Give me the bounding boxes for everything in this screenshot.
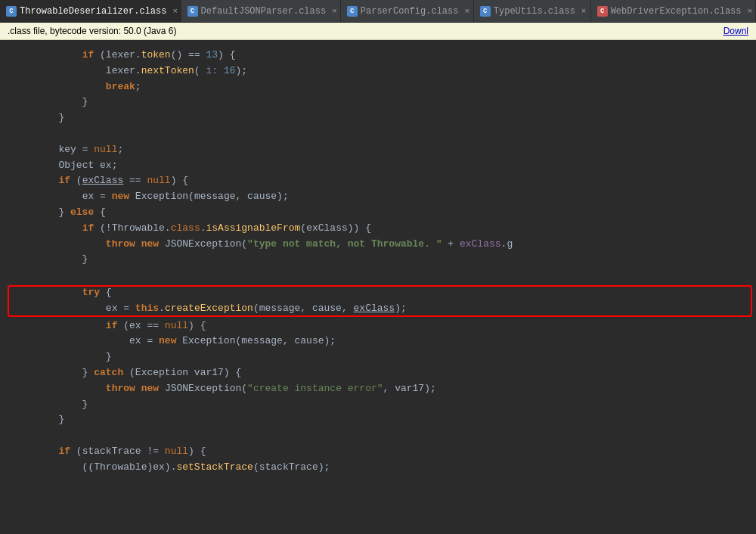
code-line-26: if (stackTrace != null) { bbox=[0, 444, 756, 460]
tab-close-throwable[interactable]: × bbox=[172, 7, 178, 16]
code-line-5: } bbox=[0, 110, 756, 126]
code-line-17: ex = this.createException(message, cause… bbox=[0, 301, 756, 317]
code-line-12: if (!Throwable.class.isAssignableFrom(ex… bbox=[0, 221, 756, 237]
tab-label-throwable: ThrowableDeserializer.class bbox=[20, 6, 166, 17]
tab-close-default[interactable]: × bbox=[332, 7, 337, 16]
code-line-6 bbox=[0, 126, 756, 142]
tab-close-parser[interactable]: × bbox=[464, 7, 469, 16]
code-area: if (lexer.token() == 13) { lexer.nextTok… bbox=[0, 40, 756, 530]
tab-throwable[interactable]: C ThrowableDeserializer.class × bbox=[0, 0, 181, 22]
code-line-10: ex = new Exception(message, cause); bbox=[0, 189, 756, 205]
code-line-15 bbox=[0, 268, 756, 284]
tab-icon-webdriver: C bbox=[597, 6, 608, 17]
code-line-7: key = null; bbox=[0, 142, 756, 158]
code-line-16: try { bbox=[0, 285, 756, 301]
download-link[interactable]: Downl bbox=[723, 26, 748, 36]
tab-webdriver[interactable]: C WebDriverException.class × bbox=[591, 0, 756, 22]
tab-close-type[interactable]: × bbox=[581, 7, 587, 16]
tab-icon-default: C bbox=[187, 6, 198, 17]
tab-bar: C ThrowableDeserializer.class × C Defaul… bbox=[0, 0, 756, 23]
code-line-21: } catch (Exception var17) { bbox=[0, 365, 756, 381]
code-line-23: } bbox=[0, 397, 756, 413]
tab-close-webdriver[interactable]: × bbox=[747, 7, 752, 16]
tab-label-webdriver: WebDriverException.class bbox=[611, 6, 742, 17]
code-line-19: ex = new Exception(message, cause); bbox=[0, 334, 756, 349]
highlight-box: try { ex = this.createException(message,… bbox=[0, 285, 756, 317]
tab-type[interactable]: C TypeUtils.class × bbox=[474, 0, 591, 22]
tab-label-type: TypeUtils.class bbox=[494, 6, 575, 17]
tab-icon-type: C bbox=[480, 6, 491, 17]
notice-text: .class file, bytecode version: 50.0 (Jav… bbox=[8, 26, 176, 36]
code-line-4: } bbox=[0, 95, 756, 110]
tab-default[interactable]: C DefaultJSONParser.class × bbox=[181, 0, 341, 22]
code-line-9: if (exClass == null) { bbox=[0, 173, 756, 189]
code-line-14: } bbox=[0, 252, 756, 268]
code-line-25 bbox=[0, 428, 756, 444]
tab-label-parser: ParserConfig.class bbox=[361, 6, 459, 17]
code-line-27: ((Throwable)ex).setStackTrace(stackTrace… bbox=[0, 460, 756, 476]
code-line-18: if (ex == null) { bbox=[0, 318, 756, 334]
tab-label-default: DefaultJSONParser.class bbox=[201, 6, 327, 17]
tab-icon-throwable: C bbox=[6, 6, 17, 17]
code-line-11: } else { bbox=[0, 205, 756, 221]
code-line-24: } bbox=[0, 412, 756, 428]
notice-bar: .class file, bytecode version: 50.0 (Jav… bbox=[0, 23, 756, 40]
code-line-1: if (lexer.token() == 13) { bbox=[0, 48, 756, 64]
code-line-20: } bbox=[0, 349, 756, 365]
code-line-13: throw new JSONException("type not match,… bbox=[0, 237, 756, 253]
code-line-8: Object ex; bbox=[0, 158, 756, 174]
tab-parser[interactable]: C ParserConfig.class × bbox=[341, 0, 474, 22]
code-line-22: throw new JSONException("create instance… bbox=[0, 381, 756, 397]
tab-icon-parser: C bbox=[347, 6, 358, 17]
code-line-2: lexer.nextToken( i: 16); bbox=[0, 64, 756, 79]
code-line-3: break; bbox=[0, 79, 756, 95]
